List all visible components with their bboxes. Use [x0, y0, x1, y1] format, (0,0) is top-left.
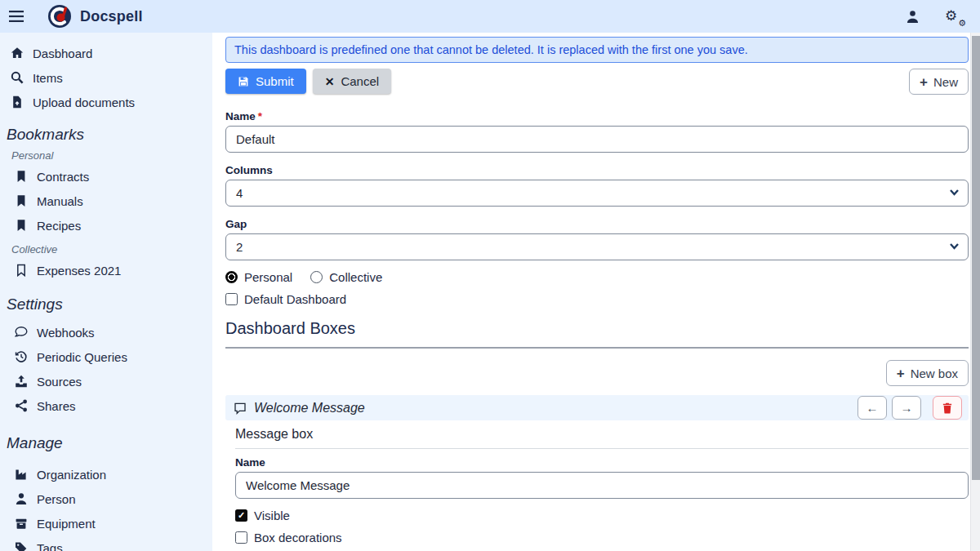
- bookmark-icon: [14, 194, 28, 208]
- visible-label: Visible: [254, 509, 290, 522]
- dashboard-box-title: Welcome Message: [234, 401, 365, 415]
- plus-icon: +: [897, 367, 905, 380]
- cancel-button-label: Cancel: [341, 74, 379, 88]
- history-icon: [14, 350, 28, 364]
- hamburger-menu-button[interactable]: [0, 0, 33, 33]
- arrow-left-icon: ←: [866, 401, 879, 415]
- trash-icon: [942, 402, 952, 414]
- scrollbar-thumb[interactable]: [972, 36, 980, 480]
- sidebar-item-dashboard[interactable]: Dasbhoard: [0, 41, 212, 65]
- sidebar-item-equipment[interactable]: Equipment: [0, 511, 212, 535]
- topbar: Docspell ⚙ ⚙: [0, 0, 980, 33]
- cancel-button[interactable]: ✕ Cancel: [313, 69, 391, 94]
- box-decorations-checkbox[interactable]: Box decorations: [235, 531, 342, 544]
- file-upload-icon: [10, 96, 24, 109]
- sidebar-item-tags[interactable]: Tags: [0, 535, 212, 551]
- sidebar-item-manuals[interactable]: Manuals: [0, 189, 212, 213]
- checkbox-checked-icon: ✓: [235, 509, 247, 522]
- sidebar-section-bookmarks: Bookmarks: [7, 126, 212, 144]
- settings-menu-button[interactable]: ⚙ ⚙: [944, 6, 965, 27]
- sidebar-item-sources[interactable]: Sources: [0, 369, 212, 393]
- submit-button[interactable]: Submit: [225, 69, 306, 94]
- sidebar-item-label: Upload documents: [33, 96, 135, 109]
- sidebar-item-label: Contracts: [37, 170, 89, 184]
- chevron-down-icon: [950, 243, 959, 250]
- bookmark-icon: [14, 170, 28, 184]
- move-box-left-button[interactable]: ←: [858, 396, 887, 420]
- visible-checkbox[interactable]: ✓ Visible: [235, 509, 290, 522]
- comment-box-icon: [234, 402, 247, 415]
- dashboard-box-welcome-message: Welcome Message ← → Message box N: [225, 395, 969, 551]
- arrow-right-icon: →: [901, 401, 913, 415]
- sidebar-item-label: Webhooks: [37, 326, 95, 340]
- box-name-input[interactable]: [235, 472, 969, 499]
- new-box-button[interactable]: + New box: [886, 360, 969, 386]
- plus-icon: +: [920, 75, 928, 89]
- name-label: Name*: [225, 110, 969, 122]
- sidebar-item-organization[interactable]: Organization: [0, 462, 212, 487]
- sidebar-item-webhooks[interactable]: Webhooks: [0, 320, 212, 344]
- dashboard-box-actions: ← →: [858, 396, 962, 420]
- docspell-logo-icon: [47, 4, 72, 29]
- scope-radio-group: Personal Collective: [225, 270, 969, 284]
- bookmark-outline-icon: [14, 264, 28, 278]
- radio-unchecked-icon: [310, 271, 323, 283]
- checkbox-unchecked-icon: [235, 531, 247, 544]
- sidebar-item-label: Tags: [37, 541, 63, 551]
- app-logo[interactable]: Docspell: [47, 4, 143, 29]
- upload-icon: [14, 375, 28, 389]
- default-dashboard-checkbox[interactable]: Default Dashboard: [225, 292, 346, 306]
- radio-checked-icon: [225, 271, 238, 283]
- columns-select[interactable]: 4: [225, 180, 969, 207]
- person-icon: [14, 492, 28, 506]
- gap-select[interactable]: 2: [225, 233, 969, 260]
- gap-select-value: 2: [236, 240, 243, 254]
- radio-personal[interactable]: Personal: [225, 270, 292, 284]
- sidebar-item-expenses-2021[interactable]: Expenses 2021: [0, 258, 212, 282]
- visible-row: ✓ Visible: [235, 509, 969, 522]
- bookmarks-group-collective: Collective: [11, 243, 212, 256]
- box-type-label: Message box: [235, 427, 969, 449]
- sidebar-item-label: Organization: [37, 468, 106, 482]
- checkbox-unchecked-icon: [225, 293, 238, 305]
- new-dashboard-button[interactable]: + New: [909, 69, 969, 95]
- comment-icon: [14, 326, 28, 340]
- submit-button-label: Submit: [256, 74, 294, 88]
- box-decorations-label: Box decorations: [254, 531, 342, 544]
- dashboard-boxes-heading: Dashboard Boxes: [225, 319, 969, 349]
- sidebar-item-label: Sources: [37, 375, 82, 389]
- delete-box-button[interactable]: [933, 396, 962, 420]
- sidebar-item-contracts[interactable]: Contracts: [0, 164, 212, 189]
- close-icon: ✕: [325, 76, 335, 87]
- sidebar-item-person[interactable]: Person: [0, 487, 212, 511]
- default-dashboard-row: Default Dashboard: [225, 292, 969, 306]
- box-icon: [14, 517, 28, 531]
- decorations-row: Box decorations: [235, 531, 969, 544]
- sidebar-item-label: Person: [37, 492, 76, 506]
- sidebar-item-label: Periodic Queries: [37, 350, 127, 364]
- user-menu-button[interactable]: [902, 6, 923, 27]
- user-icon: [906, 10, 920, 24]
- move-box-right-button[interactable]: →: [892, 396, 921, 420]
- gears-icon: ⚙ ⚙: [945, 7, 964, 25]
- sidebar-item-label: Recipes: [37, 219, 81, 233]
- name-input[interactable]: [225, 126, 969, 153]
- sidebar-item-recipes[interactable]: Recipes: [0, 213, 212, 238]
- vertical-scrollbar[interactable]: [970, 33, 980, 551]
- chevron-down-icon: [950, 189, 959, 196]
- sidebar-item-items[interactable]: Items: [0, 65, 212, 90]
- sidebar-item-upload-documents[interactable]: Upload documents: [0, 90, 212, 114]
- sidebar-item-shares[interactable]: Shares: [0, 393, 212, 418]
- sidebar-item-label: Expenses 2021: [37, 264, 121, 278]
- sidebar-item-periodic-queries[interactable]: Periodic Queries: [0, 344, 212, 369]
- sidebar-section-settings: Settings: [7, 295, 212, 313]
- default-dashboard-label: Default Dashboard: [244, 292, 346, 306]
- hamburger-icon: [9, 11, 24, 22]
- sidebar-item-label: Items: [33, 71, 63, 85]
- sidebar-item-label: Shares: [37, 399, 76, 413]
- radio-collective-label: Collective: [329, 270, 382, 284]
- topbar-actions: ⚙ ⚙: [902, 6, 980, 27]
- columns-label: Columns: [225, 164, 969, 176]
- dashboard-box-body: Message box Name ✓ Visible Box decoratio…: [225, 420, 969, 551]
- radio-collective[interactable]: Collective: [310, 270, 382, 284]
